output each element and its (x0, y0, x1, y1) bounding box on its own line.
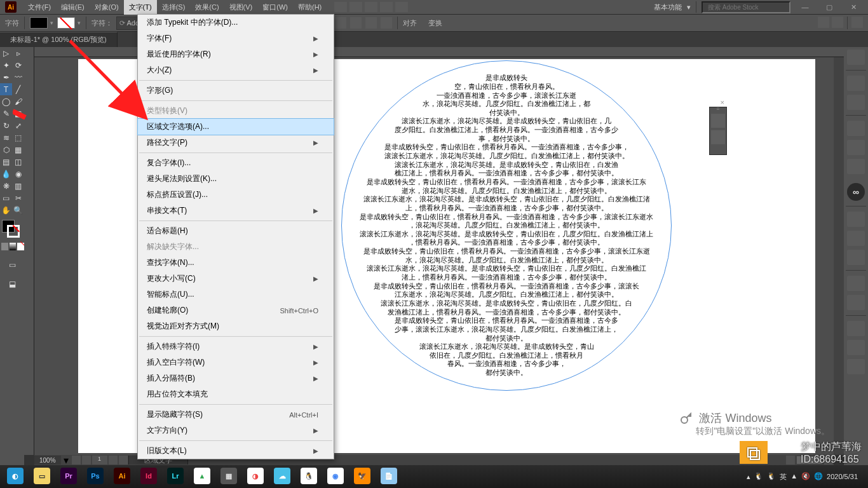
transform-button[interactable]: 变换 (428, 18, 442, 28)
type-tool[interactable]: T (0, 83, 12, 95)
direct-selection-tool[interactable]: ▹ (12, 47, 24, 59)
gpu-icon[interactable] (380, 2, 393, 12)
align-center-icon[interactable] (350, 17, 362, 29)
line-tool[interactable]: ╱ (12, 83, 24, 95)
slice-tool[interactable]: ✂ (12, 192, 24, 204)
vertical-ruler[interactable] (24, 47, 34, 455)
scroll-left-icon[interactable] (786, 456, 795, 464)
menu-command[interactable]: 显示隐藏字符(S)Alt+Ctrl+I (138, 407, 334, 423)
tray-icon[interactable]: 🌐 (814, 472, 823, 482)
nav-last-icon[interactable] (119, 456, 128, 464)
taskbar-app[interactable]: ☁ (269, 466, 295, 487)
layers-panel-icon[interactable] (847, 321, 865, 336)
graphic-styles-panel-icon[interactable] (847, 295, 865, 310)
color-guide-panel-icon[interactable] (847, 95, 865, 110)
taskbar-app[interactable]: Lr (163, 466, 188, 487)
gradient-panel-icon[interactable] (847, 231, 865, 246)
menu-command[interactable]: 插入特殊字符(I)▶ (138, 339, 334, 355)
menu-command[interactable]: 路径文字(P)▶ (138, 135, 334, 151)
menu-command[interactable]: 查找字体(N)... (138, 255, 334, 271)
curvature-tool[interactable]: 〰 (12, 71, 24, 83)
menu-command[interactable]: 串接文本(T)▶ (138, 203, 334, 219)
stroke-swatch[interactable] (57, 17, 75, 29)
panel-icon[interactable] (832, 17, 843, 28)
menu-command[interactable]: 更改大小写(C)▶ (138, 271, 334, 287)
nav-first-icon[interactable] (72, 456, 81, 464)
taskbar-app[interactable]: Ai (109, 466, 135, 487)
eraser-tool[interactable]: ◧ (12, 107, 24, 119)
area-type-circle[interactable]: 是非成败转头空，青山依旧在，惯看秋月春风。一壶浊酒喜相逢，古今多少事，滚滚长江东… (341, 60, 672, 391)
selection-tool[interactable]: ▷ (0, 47, 12, 59)
menu-command[interactable]: 大小(Z)▶ (138, 62, 334, 78)
menu-command[interactable]: 字体(F)▶ (138, 30, 334, 46)
nav-prev-icon[interactable] (82, 456, 91, 464)
nav-next-icon[interactable] (109, 456, 118, 464)
appearance-panel-icon[interactable] (847, 276, 865, 291)
sync-icon[interactable] (395, 2, 408, 12)
tray-icon[interactable]: 🐧 (754, 472, 763, 482)
color-panel-icon[interactable] (847, 76, 865, 91)
align-right-icon[interactable] (365, 17, 377, 29)
shaper-tool[interactable]: ✎ (0, 107, 12, 119)
menu-command[interactable]: 标点挤压设置(J)... (138, 187, 334, 203)
symbol-sprayer-tool[interactable]: ❋ (0, 180, 12, 192)
taskbar-app[interactable]: ◐ (3, 466, 28, 487)
free-transform-tool[interactable]: ⬚ (12, 132, 24, 144)
taskbar-app[interactable]: ◉ (323, 466, 348, 487)
menu-item-4[interactable]: 选择(S) (157, 0, 191, 15)
menu-command[interactable]: 文字方向(Y)▶ (138, 423, 334, 438)
align-left-icon[interactable] (335, 17, 346, 29)
perspective-tool[interactable]: ▦ (12, 144, 24, 156)
rotate-tool[interactable]: ↻ (0, 119, 12, 132)
menu-command[interactable]: 添加 Typekit 中的字体(D)... (138, 15, 334, 30)
tray-icon[interactable]: 英 (780, 472, 787, 482)
lasso-tool[interactable]: ⟳ (12, 59, 24, 71)
menu-command[interactable]: 旧版文本(L)▶ (138, 443, 334, 459)
stock-icon[interactable] (349, 2, 362, 12)
eyedropper-tool[interactable]: 💧 (0, 168, 12, 180)
menu-command[interactable]: 避头尾法则设置(K)... (138, 171, 334, 187)
width-tool[interactable]: ≋ (0, 132, 12, 144)
zoom-tool[interactable]: 🔍 (12, 204, 24, 216)
scale-tool[interactable]: ⤢ (12, 119, 24, 132)
menu-command[interactable]: 最近使用的字体(R)▶ (138, 46, 334, 62)
artboard-tool[interactable]: ▭ (0, 192, 12, 204)
menu-item-6[interactable]: 视图(V) (224, 0, 258, 15)
tray-icon[interactable]: 🐧 (767, 472, 776, 482)
taskbar-app[interactable]: ◑ (243, 466, 268, 487)
search-input[interactable] (702, 1, 790, 13)
taskbar-app[interactable]: ▦ (216, 466, 241, 487)
tray-icon[interactable]: 🔇 (801, 472, 810, 482)
menu-item-0[interactable]: 文件(F) (23, 0, 56, 15)
menu-command[interactable]: 插入空白字符(W)▶ (138, 355, 334, 370)
asset-export-panel-icon[interactable] (847, 340, 865, 355)
paragraph-panel-icon[interactable] (381, 17, 392, 29)
fill-swatch[interactable] (30, 17, 48, 29)
ellipse-tool[interactable]: ◯ (0, 95, 12, 107)
pen-tool[interactable]: ✒ (0, 71, 12, 83)
color-mode-row[interactable] (0, 241, 24, 252)
stroke-panel-icon[interactable] (847, 212, 865, 227)
properties-panel-icon[interactable] (847, 50, 865, 65)
chevron-down-icon[interactable]: ▾ (64, 454, 69, 466)
menu-item-2[interactable]: 对象(O) (90, 0, 124, 15)
tray-icon[interactable]: ▲ (790, 472, 797, 482)
menu-command[interactable]: 区域文字选项(A)... (137, 118, 334, 135)
maximize-button[interactable]: ▢ (820, 3, 839, 11)
menu-command[interactable]: 智能标点(U)... (138, 287, 334, 302)
taskbar-app[interactable]: 🐧 (296, 466, 322, 487)
nav-num-icon[interactable]: 1 (92, 456, 107, 464)
panel-icon[interactable] (818, 17, 829, 28)
menu-item-1[interactable]: 编辑(E) (56, 0, 90, 15)
screen-mode-button[interactable]: ▭ (0, 255, 24, 274)
taskbar-clock[interactable]: 2020/5/31 (827, 473, 858, 480)
taskbar-app[interactable]: 🦅 (349, 466, 375, 487)
artboards-panel-icon[interactable] (847, 359, 865, 374)
vertical-scrollbar[interactable] (834, 57, 844, 455)
chevron-down-icon[interactable]: ▾ (50, 20, 53, 26)
taskbar-app[interactable]: ▲ (189, 466, 215, 487)
paintbrush-tool[interactable]: 🖌 (12, 95, 24, 107)
menu-command[interactable]: 用占位符文本填充 (138, 386, 334, 402)
bridge-icon[interactable] (334, 2, 347, 12)
taskbar-app[interactable]: ▭ (29, 466, 55, 487)
